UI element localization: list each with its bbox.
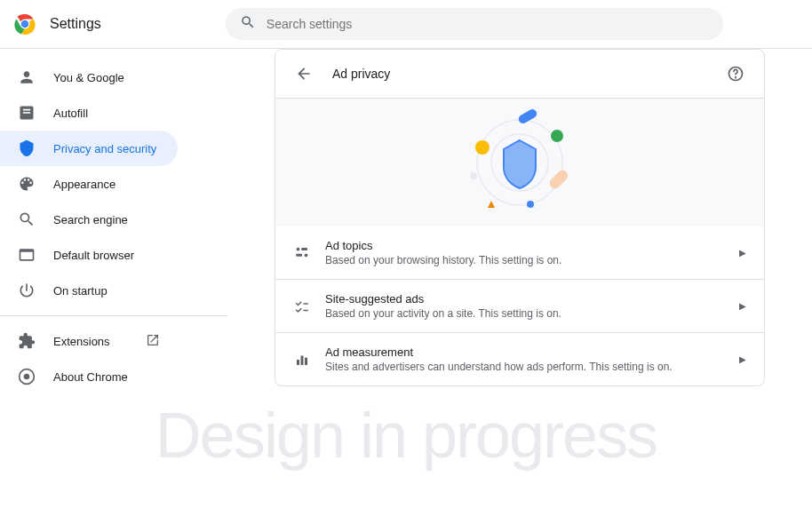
card-header: Ad privacy — [275, 49, 765, 99]
sidebar: You & Google Autofill Privacy and securi… — [0, 49, 227, 516]
checklist-icon — [293, 298, 311, 315]
shield-icon — [18, 139, 36, 157]
svg-point-12 — [527, 201, 534, 208]
app-header: Settings — [0, 0, 812, 49]
extension-icon — [18, 332, 36, 350]
sidebar-item-default-browser[interactable]: Default browser — [0, 237, 178, 273]
svg-rect-23 — [305, 357, 307, 364]
palette-icon — [18, 175, 36, 193]
sidebar-item-extensions[interactable]: Extensions — [0, 323, 178, 359]
sidebar-item-autofill[interactable]: Autofill — [0, 95, 178, 131]
sidebar-item-you-and-google[interactable]: You & Google — [0, 60, 178, 95]
chevron-right-icon: ▶ — [739, 354, 746, 364]
page-title: Ad privacy — [332, 67, 725, 81]
row-ad-measurement[interactable]: Ad measurement Sites and advertisers can… — [275, 333, 765, 386]
svg-point-6 — [736, 77, 736, 78]
chrome-logo-icon — [14, 13, 36, 35]
power-icon — [18, 282, 36, 299]
row-title: Site-suggested ads — [325, 292, 739, 306]
sidebar-item-label: Extensions — [53, 335, 110, 348]
sidebar-item-search-engine[interactable]: Search engine — [0, 202, 178, 237]
chevron-right-icon: ▶ — [739, 301, 746, 311]
svg-point-18 — [305, 253, 308, 257]
sidebar-item-label: On startup — [53, 284, 107, 298]
external-link-icon — [146, 333, 160, 350]
svg-rect-11 — [547, 168, 569, 190]
search-icon — [240, 14, 256, 34]
row-content: Site-suggested ads Based on your activit… — [325, 292, 739, 320]
person-icon — [18, 68, 36, 86]
sidebar-item-label: Search engine — [53, 213, 128, 226]
back-button[interactable] — [293, 63, 314, 84]
app-title: Settings — [50, 16, 101, 32]
sidebar-item-label: Autofill — [53, 107, 88, 120]
sidebar-item-label: You & Google — [53, 71, 124, 84]
svg-point-15 — [297, 247, 300, 250]
chrome-icon — [18, 368, 36, 385]
svg-point-4 — [24, 374, 30, 380]
sidebar-item-label: Appearance — [53, 178, 115, 191]
browser-icon — [18, 246, 36, 264]
chevron-right-icon: ▶ — [739, 248, 746, 258]
row-title: Ad topics — [325, 239, 739, 252]
row-title: Ad measurement — [325, 345, 739, 359]
sidebar-item-appearance[interactable]: Appearance — [0, 166, 178, 202]
row-desc: Based on your browsing history. This set… — [325, 254, 739, 266]
hero-illustration — [275, 99, 765, 226]
row-ad-topics[interactable]: Ad topics Based on your browsing history… — [275, 226, 765, 280]
sidebar-item-on-startup[interactable]: On startup — [0, 273, 178, 308]
svg-rect-22 — [301, 355, 304, 365]
svg-rect-16 — [301, 248, 307, 250]
svg-rect-17 — [296, 253, 302, 256]
help-button[interactable] — [725, 63, 746, 84]
svg-point-10 — [551, 130, 563, 142]
row-site-suggested-ads[interactable]: Site-suggested ads Based on your activit… — [275, 280, 765, 333]
sidebar-divider — [0, 315, 227, 316]
autofill-icon — [18, 104, 36, 122]
main-content: Ad privacy — [227, 49, 812, 516]
sidebar-item-label: Default browser — [53, 249, 134, 262]
row-desc: Based on your activity on a site. This s… — [325, 307, 739, 320]
row-desc: Sites and advertisers can understand how… — [325, 361, 739, 373]
sidebar-item-privacy-security[interactable]: Privacy and security — [0, 131, 178, 166]
search-input[interactable] — [267, 17, 709, 31]
topics-icon — [293, 244, 311, 262]
row-content: Ad topics Based on your browsing history… — [325, 239, 739, 266]
sidebar-item-about-chrome[interactable]: About Chrome — [0, 359, 178, 394]
search-icon — [18, 210, 36, 228]
svg-rect-21 — [297, 360, 299, 365]
svg-point-14 — [475, 140, 490, 155]
row-content: Ad measurement Sites and advertisers can… — [325, 345, 739, 373]
bar-chart-icon — [293, 351, 311, 369]
svg-point-13 — [470, 172, 477, 179]
sidebar-item-label: Privacy and security — [53, 142, 156, 155]
search-box[interactable] — [226, 8, 723, 40]
settings-card: Ad privacy — [275, 49, 765, 516]
sidebar-item-label: About Chrome — [53, 370, 128, 384]
